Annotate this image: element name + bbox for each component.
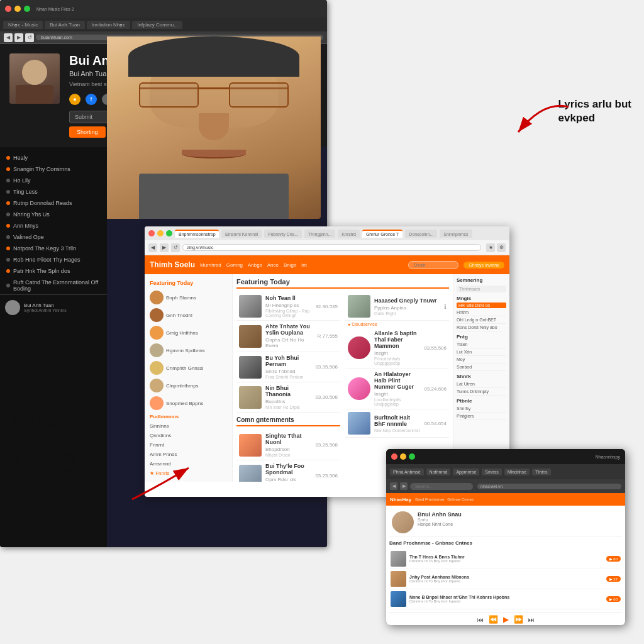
back-button[interactable]: ◀ xyxy=(4,33,13,42)
right-item-4-2[interactable]: Plntglers xyxy=(457,413,506,420)
song-item-4[interactable]: Nin Bhui Thanonia Bopottns Nln lnter Hs … xyxy=(236,382,340,413)
sidebar-item-1[interactable]: Healy xyxy=(0,152,107,164)
mid-sidebar-3[interactable]: Gmlg Hnflthns xyxy=(145,324,232,341)
mid-sidebar-more[interactable]: Pudbnnnms xyxy=(145,412,232,421)
mid-tab-7[interactable]: Donscolnn... xyxy=(405,230,437,238)
right-item-2-1[interactable]: Ttsen xyxy=(457,341,506,348)
song-item-5[interactable]: Singhte Tthat Nuonl Bhopdrson Mhpst Drse… xyxy=(236,430,340,460)
song-item-6[interactable]: Bui Thy'le Foo Spondmal Opm Rdsr ols Gom… xyxy=(236,460,340,482)
popup-maximize[interactable] xyxy=(409,453,415,460)
popup-play-3[interactable]: ▶ 60 xyxy=(606,596,621,602)
sidebar-item-8[interactable]: Valined Ope xyxy=(0,231,107,243)
cloudservice-btn[interactable]: ● Cloudservice xyxy=(345,321,449,328)
mid-sidebar-10[interactable]: Qnndinns xyxy=(145,431,232,440)
popup-tab-5[interactable]: Mlndnhse xyxy=(504,469,530,475)
song-item-1[interactable]: Noh Tean ll Mi Hnengnp ss Flbllhwlng Gli… xyxy=(236,292,340,321)
tab-2[interactable]: Bui Anh Tuan xyxy=(45,21,85,29)
mid-reload[interactable]: ↺ xyxy=(171,243,180,252)
close-button[interactable] xyxy=(5,6,11,12)
popup-search-input[interactable] xyxy=(410,483,473,490)
right-item-3-1[interactable]: Lat Utren xyxy=(457,380,506,388)
mid-sidebar-7[interactable]: Snopmed Bppns xyxy=(145,394,232,412)
mid-bookmark[interactable]: ★ xyxy=(486,243,495,252)
popup-play-2[interactable]: ▶ 37 xyxy=(606,576,621,582)
rcol-song-1[interactable]: Haaased Gneply Tnuwr Ppplns Anpins Outls… xyxy=(345,292,449,321)
mid-sidebar-4[interactable]: Hgmmn Spdbnns xyxy=(145,341,232,359)
popup-tab-3[interactable]: Appmnrse xyxy=(453,469,479,475)
mid-tab-4[interactable]: Thrngplnn... xyxy=(304,230,335,238)
popup-tab-6[interactable]: Ttntns xyxy=(532,469,550,475)
popup-next-btn[interactable]: ⏭ xyxy=(528,616,535,623)
mid-tab-5[interactable]: Knrstrd xyxy=(338,230,360,238)
social-icon-2[interactable]: f xyxy=(86,94,97,105)
popup-tab-2[interactable]: Nothnrnd xyxy=(426,469,451,475)
nav-item-1[interactable]: Murnhrsd xyxy=(200,262,221,268)
right-item-1-1[interactable]: HR-Stle Dlml oo xyxy=(457,303,506,308)
mid-settings[interactable]: ⚙ xyxy=(497,243,506,252)
popup-back[interactable]: ◀ xyxy=(390,482,397,490)
popup-close[interactable] xyxy=(391,453,397,460)
mid-sidebar-1[interactable]: Bnph Stamns xyxy=(145,289,232,306)
popup-minimize[interactable] xyxy=(400,453,406,460)
mid-sidebar-6[interactable]: Clnpmlnthrnps xyxy=(145,377,232,394)
mid-sidebar-11[interactable]: Fnnrnt xyxy=(145,440,232,450)
popup-url[interactable]: nhacviet.vn xyxy=(477,484,621,489)
sidebar-item-12[interactable]: Ruft Catnd The Exrnnmational Off Boding xyxy=(0,277,107,294)
nav-item-6[interactable]: Int xyxy=(301,262,307,268)
mid-search-button[interactable]: Ghnsys Invntne xyxy=(464,262,504,269)
right-item-1-4[interactable]: Rons Dorst Nnly abo xyxy=(457,324,506,331)
popup-prev-btn[interactable]: ⏮ xyxy=(477,616,484,623)
popup-nav-1[interactable]: Band Prochnmse xyxy=(415,497,444,501)
sidebar-item-7[interactable]: Ann Mnys xyxy=(0,220,107,231)
nav-item-5[interactable]: Bnigs xyxy=(284,262,296,268)
right-item-3-2[interactable]: Tunns Dntmnpty xyxy=(457,388,506,396)
reload-button[interactable]: ↺ xyxy=(25,33,34,42)
sidebar-item-4[interactable]: Ting Less xyxy=(0,186,107,197)
right-item-1-3[interactable]: Ohl Lnrlg n GnhBET xyxy=(457,316,506,324)
nav-item-4[interactable]: Ance xyxy=(267,262,279,268)
popup-song-1[interactable]: Thn T Hncs A Bnns Tluhnr Cbnntns nt To B… xyxy=(389,549,622,569)
maximize-button[interactable] xyxy=(24,6,30,12)
song-item-3[interactable]: Bu Yoh Bhui Pernam Snirs Tnbndd Froa Sht… xyxy=(236,352,340,382)
popup-song-3[interactable]: Nnne B Bnpol Nhser nt'Ghn Thl Kohnrs Hpo… xyxy=(389,589,622,609)
sidebar-item-6[interactable]: Nhring Yhs Us xyxy=(0,209,107,220)
popup-nav-2[interactable]: Gnbnse Cntnes xyxy=(447,497,474,501)
popup-song-2[interactable]: Jnhy Post Annhans Nlbnons Cbnntns nt To … xyxy=(389,569,622,589)
mid-maximize[interactable] xyxy=(166,230,172,236)
sidebar-item-3[interactable]: Ho Lily xyxy=(0,175,107,186)
search-button[interactable]: Shorting xyxy=(69,126,106,138)
mid-back[interactable]: ◀ xyxy=(148,243,157,252)
sidebar-item-10[interactable]: Rob Hne Piloot Thy Hages xyxy=(0,254,107,265)
forward-button[interactable]: ▶ xyxy=(14,33,23,42)
nav-item-2[interactable]: Gomng xyxy=(226,262,243,268)
right-item-2-3[interactable]: Moy xyxy=(457,356,506,364)
nav-item-3[interactable]: Anbgs xyxy=(248,262,262,268)
mid-tab-active[interactable]: Ghntur Gronce T xyxy=(362,230,402,238)
popup-ff-btn[interactable]: ⏩ xyxy=(514,615,523,624)
mid-search-input[interactable] xyxy=(408,261,458,269)
right-item-2-2[interactable]: Lut Xán xyxy=(457,348,506,356)
song-item-2[interactable]: Ahte Tnhate You Yslin Ouplana Gnphs Crt … xyxy=(236,321,340,352)
social-icon-1[interactable]: ● xyxy=(69,94,80,105)
tab-1[interactable]: Nhạc - Music xyxy=(3,21,43,29)
mid-tab-8[interactable]: Snrnnpnmcs xyxy=(440,230,472,238)
mid-sidebar-9[interactable]: Sinnlnns xyxy=(145,421,232,431)
mid-tab-3[interactable]: Fnbnnrty Cns... xyxy=(264,230,302,238)
rcol-song-2[interactable]: Allanle S baptln Thal Faber Mammon Insgh… xyxy=(345,328,449,369)
sidebar-item-5[interactable]: Rutnp Donnolad Reads xyxy=(0,197,107,209)
right-item-2-4[interactable]: Sonbod xyxy=(457,364,506,371)
popup-play-1[interactable]: ▶ 80 xyxy=(606,556,621,562)
mid-sidebar-5[interactable]: Cnmpnth Gnnssl xyxy=(145,359,232,377)
popup-tab-1[interactable]: Phna Anbmse xyxy=(390,469,424,475)
mid-forward[interactable]: ▶ xyxy=(160,243,169,252)
mid-tab-1[interactable]: Bnphmmsonnstrop xyxy=(175,230,219,238)
tab-3[interactable]: Invitation Nhạc xyxy=(87,21,130,29)
rcol-song-3[interactable]: An Hlalatoyer Halb Plint Nunmer Guger In… xyxy=(345,369,449,409)
mid-sidebar-2[interactable]: Gnh Tnodhl xyxy=(145,306,232,324)
mid-close[interactable] xyxy=(148,230,155,236)
rcol-play-1[interactable]: ℹ xyxy=(444,303,447,310)
mid-minimize[interactable] xyxy=(157,230,164,236)
popup-rewind-btn[interactable]: ⏪ xyxy=(489,615,498,624)
minimize-button[interactable] xyxy=(14,6,21,12)
mid-url-bar[interactable]: zing.vn/music xyxy=(182,244,481,251)
